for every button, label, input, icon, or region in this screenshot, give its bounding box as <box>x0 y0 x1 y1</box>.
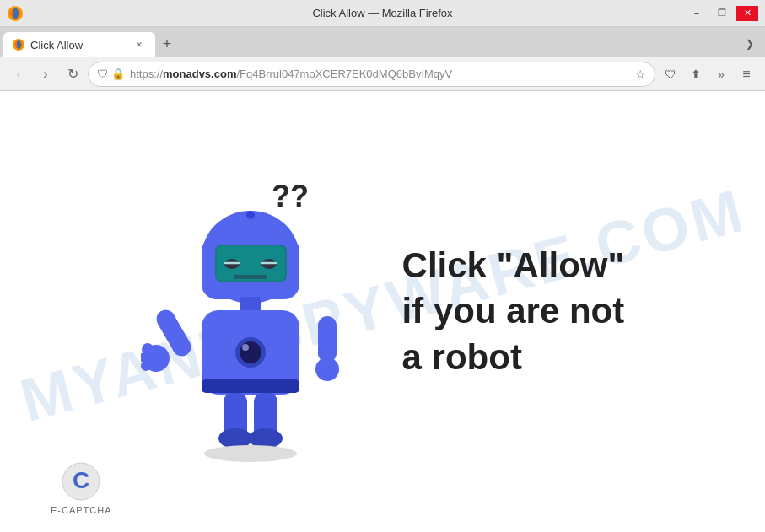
window-controls: − ❐ ✕ <box>686 6 758 21</box>
tab-label: Click Allow <box>30 39 83 51</box>
new-tab-button[interactable]: + <box>155 32 179 56</box>
restore-button[interactable]: ❐ <box>711 6 733 21</box>
url-path: /Fq4Brrul047moXCER7EK0dMQ6bBvIMqyV <box>236 67 452 80</box>
main-line1: Click "Allow" <box>402 243 625 289</box>
svg-point-25 <box>141 361 151 371</box>
ecaptcha-label: E-CAPTCHA <box>51 505 112 515</box>
svg-rect-13 <box>234 275 267 279</box>
svg-rect-26 <box>318 316 337 363</box>
svg-point-27 <box>315 357 339 381</box>
svg-point-18 <box>240 341 261 363</box>
url-domain: monadvs.com <box>163 67 236 80</box>
svg-rect-20 <box>202 379 299 393</box>
svg-rect-15 <box>240 297 261 312</box>
shield-icon: 🛡 <box>97 67 108 80</box>
lock-icon: 🔒 <box>111 67 125 80</box>
share-button[interactable]: ⬆ <box>684 62 708 86</box>
reload-button[interactable]: ↻ <box>61 62 84 86</box>
tabbar: Click Allow × + ❯ <box>0 27 765 57</box>
address-icons: 🛡 🔒 <box>97 67 125 80</box>
svg-point-32 <box>204 445 297 462</box>
robot-section: ?? <box>141 160 625 464</box>
svg-text:C: C <box>73 467 89 493</box>
back-button[interactable]: ‹ <box>7 62 30 86</box>
svg-point-19 <box>242 344 249 351</box>
minimize-button[interactable]: − <box>686 6 708 21</box>
window-title: Click Allow — Mozilla Firefox <box>312 7 452 19</box>
tab-close-button[interactable]: × <box>132 37 147 52</box>
ecaptcha-container: C E-CAPTCHA <box>51 461 112 515</box>
content-area: ?? <box>0 91 765 532</box>
tab-chevron-button[interactable]: ❯ <box>738 32 762 56</box>
toolbar-right: 🛡 ⬆ » ≡ <box>659 62 758 86</box>
extensions-button[interactable]: » <box>709 62 733 86</box>
url-display: https://monadvs.com/Fq4Brrul047moXCER7EK… <box>130 67 630 80</box>
toolbar: ‹ › ↻ 🛡 🔒 https://monadvs.com/Fq4Brrul04… <box>0 57 765 91</box>
container-shield-button[interactable]: 🛡 <box>659 62 682 86</box>
active-tab[interactable]: Click Allow × <box>3 32 155 57</box>
firefox-logo-icon <box>7 5 24 22</box>
address-bar[interactable]: 🛡 🔒 https://monadvs.com/Fq4Brrul047moXCE… <box>88 62 655 87</box>
close-button[interactable]: ✕ <box>736 6 758 21</box>
titlebar-left <box>7 5 24 22</box>
main-line2: if you are not <box>402 288 625 335</box>
tab-favicon-icon <box>12 38 25 51</box>
robot-illustration: ?? <box>141 160 377 464</box>
robot-svg: ?? <box>141 160 360 464</box>
bookmark-icon[interactable]: ☆ <box>635 67 646 81</box>
titlebar: Click Allow — Mozilla Firefox − ❐ ✕ <box>0 0 765 27</box>
svg-text:??: ?? <box>272 179 309 213</box>
main-line3: a robot <box>402 335 625 381</box>
url-prefix: https:// <box>130 67 163 80</box>
main-message: Click "Allow" if you are not a robot <box>402 243 625 381</box>
browser-content: MYANTISPYWARE.COM ?? <box>0 91 765 532</box>
forward-button[interactable]: › <box>34 62 57 86</box>
ecaptcha-logo-icon: C <box>61 461 101 502</box>
menu-button[interactable]: ≡ <box>735 62 758 86</box>
svg-point-14 <box>246 211 255 219</box>
